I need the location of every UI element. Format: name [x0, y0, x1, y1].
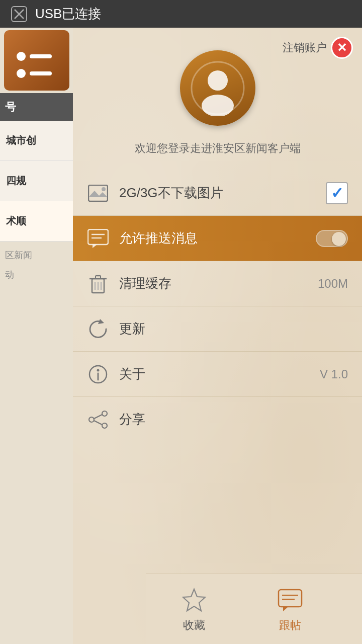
svg-point-26: [102, 423, 107, 428]
settings-list: 2G/3G不下载图片 ✓ 允许推送消息: [73, 171, 362, 442]
favorites-tab-label: 收藏: [183, 618, 205, 633]
setting-update[interactable]: 更新: [73, 306, 362, 352]
clear-cache-label: 清理缓存: [119, 275, 318, 292]
push-notify-label: 允许推送消息: [119, 229, 316, 247]
svg-point-24: [97, 369, 100, 371]
star-icon-wrap: [179, 586, 209, 615]
about-label: 关于: [119, 365, 320, 383]
svg-line-28: [94, 415, 102, 419]
image-icon: [87, 182, 109, 204]
svg-rect-31: [279, 590, 302, 607]
svg-point-8: [102, 187, 106, 191]
svg-line-29: [94, 421, 102, 425]
sidebar-section-label: 号: [0, 93, 73, 121]
sidebar-logo: [4, 30, 69, 91]
svg-marker-12: [93, 245, 97, 248]
setting-push-notify[interactable]: 允许推送消息: [73, 216, 362, 261]
setting-img-download[interactable]: 2G/3G不下载图片 ✓: [73, 171, 362, 216]
svg-point-3: [208, 70, 228, 91]
svg-point-25: [102, 411, 107, 416]
logout-area: 注销账户 ✕: [283, 37, 353, 59]
img-download-checkbox[interactable]: ✓: [326, 182, 348, 204]
follow-tab-label: 跟帖: [279, 618, 301, 633]
settings-panel: 注销账户 ✕ 欢迎您登录走进淮安区新闻客户端 2G: [73, 28, 362, 644]
checkmark-icon: ✓: [331, 184, 343, 202]
chat-icon: [87, 227, 109, 250]
sidebar-footer-text: 区新闻: [0, 242, 73, 269]
status-bar-title: USB已连接: [35, 5, 101, 23]
share-icon: [87, 409, 109, 431]
close-icon: ✕: [337, 42, 347, 54]
svg-marker-30: [183, 589, 205, 611]
sidebar: 号 城市创 四规 术顺 区新闻 动: [0, 28, 73, 644]
setting-clear-cache[interactable]: 清理缓存 100M: [73, 261, 362, 306]
logout-button[interactable]: ✕: [331, 37, 353, 59]
refresh-icon: [87, 318, 109, 340]
cache-size-value: 100M: [318, 277, 348, 291]
push-notify-toggle[interactable]: [316, 230, 348, 247]
tab-favorites[interactable]: 收藏: [179, 586, 209, 633]
tab-follow[interactable]: 跟帖: [276, 586, 305, 633]
svg-point-27: [89, 417, 94, 422]
tab-bar: 收藏 跟帖 消息: [146, 574, 362, 644]
toggle-knob: [332, 232, 346, 246]
svg-point-4: [202, 95, 234, 116]
svg-rect-9: [88, 229, 108, 245]
svg-marker-34: [283, 607, 288, 611]
update-label: 更新: [119, 320, 348, 338]
svg-marker-7: [88, 191, 108, 197]
chat-tab-icon-wrap: [276, 586, 305, 615]
logout-label: 注销账户: [283, 40, 327, 55]
img-download-label: 2G/3G不下载图片: [119, 184, 326, 202]
sidebar-item-1[interactable]: 四规: [0, 161, 73, 201]
trash-icon: [87, 273, 109, 295]
version-value: V 1.0: [320, 367, 348, 381]
sidebar-item-0[interactable]: 城市创: [0, 121, 73, 161]
setting-about[interactable]: 关于 V 1.0: [73, 352, 362, 397]
usb-icon: [10, 5, 28, 23]
setting-share[interactable]: 分享: [73, 397, 362, 442]
sidebar-item-2[interactable]: 术顺: [0, 201, 73, 242]
share-label: 分享: [119, 411, 348, 428]
welcome-text: 欢迎您登录走进淮安区新闻客户端: [73, 126, 362, 166]
sidebar-footer-text-2: 动: [0, 269, 73, 288]
status-bar: USB已连接: [0, 0, 362, 28]
avatar[interactable]: [180, 50, 255, 126]
info-icon: [87, 363, 109, 385]
